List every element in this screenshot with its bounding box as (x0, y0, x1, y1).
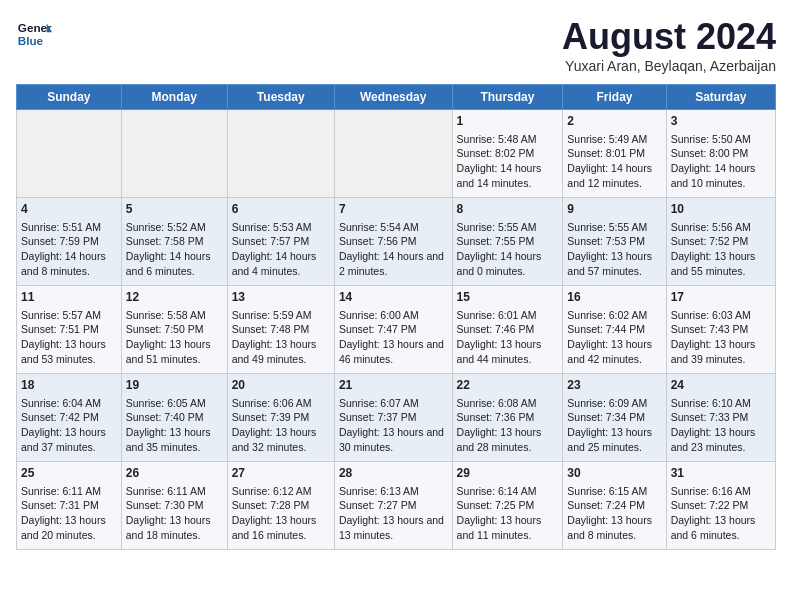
day-number: 29 (457, 465, 559, 482)
cell-info-line: Sunrise: 6:03 AM (671, 308, 771, 323)
day-number: 7 (339, 201, 448, 218)
cell-info-line: Sunset: 7:44 PM (567, 322, 661, 337)
main-title: August 2024 (562, 16, 776, 58)
cell-info-line: Sunrise: 6:11 AM (21, 484, 117, 499)
cell-info-line: Sunset: 7:50 PM (126, 322, 223, 337)
cell-info-line: Sunset: 7:43 PM (671, 322, 771, 337)
header-row: SundayMondayTuesdayWednesdayThursdayFrid… (17, 85, 776, 110)
day-number: 17 (671, 289, 771, 306)
day-number: 15 (457, 289, 559, 306)
day-number: 2 (567, 113, 661, 130)
cell-info-line: Sunrise: 5:57 AM (21, 308, 117, 323)
day-number: 20 (232, 377, 330, 394)
cell-w5-d4: 29Sunrise: 6:14 AMSunset: 7:25 PMDayligh… (452, 462, 563, 550)
col-header-friday: Friday (563, 85, 666, 110)
cell-w4-d6: 24Sunrise: 6:10 AMSunset: 7:33 PMDayligh… (666, 374, 775, 462)
cell-w1-d5: 2Sunrise: 5:49 AMSunset: 8:01 PMDaylight… (563, 110, 666, 198)
cell-info-line: Daylight: 13 hours and 44 minutes. (457, 337, 559, 366)
col-header-tuesday: Tuesday (227, 85, 334, 110)
logo: General Blue (16, 16, 56, 52)
cell-info-line: Sunrise: 6:12 AM (232, 484, 330, 499)
cell-w2-d5: 9Sunrise: 5:55 AMSunset: 7:53 PMDaylight… (563, 198, 666, 286)
cell-info-line: Sunrise: 5:51 AM (21, 220, 117, 235)
cell-w1-d2 (227, 110, 334, 198)
day-number: 8 (457, 201, 559, 218)
cell-info-line: Daylight: 13 hours and 28 minutes. (457, 425, 559, 454)
cell-w5-d1: 26Sunrise: 6:11 AMSunset: 7:30 PMDayligh… (121, 462, 227, 550)
cell-info-line: Sunrise: 6:14 AM (457, 484, 559, 499)
week-row-4: 18Sunrise: 6:04 AMSunset: 7:42 PMDayligh… (17, 374, 776, 462)
cell-w1-d1 (121, 110, 227, 198)
cell-info-line: Sunset: 7:56 PM (339, 234, 448, 249)
cell-info-line: Daylight: 13 hours and 18 minutes. (126, 513, 223, 542)
cell-info-line: Daylight: 13 hours and 13 minutes. (339, 513, 448, 542)
cell-info-line: Daylight: 14 hours and 8 minutes. (21, 249, 117, 278)
cell-info-line: Daylight: 13 hours and 16 minutes. (232, 513, 330, 542)
cell-info-line: Sunset: 7:55 PM (457, 234, 559, 249)
cell-w3-d1: 12Sunrise: 5:58 AMSunset: 7:50 PMDayligh… (121, 286, 227, 374)
day-number: 19 (126, 377, 223, 394)
cell-info-line: Sunset: 7:42 PM (21, 410, 117, 425)
cell-info-line: Daylight: 13 hours and 20 minutes. (21, 513, 117, 542)
cell-w4-d5: 23Sunrise: 6:09 AMSunset: 7:34 PMDayligh… (563, 374, 666, 462)
day-number: 25 (21, 465, 117, 482)
cell-info-line: Sunrise: 5:52 AM (126, 220, 223, 235)
cell-info-line: Sunrise: 6:02 AM (567, 308, 661, 323)
cell-info-line: Sunset: 8:01 PM (567, 146, 661, 161)
week-row-3: 11Sunrise: 5:57 AMSunset: 7:51 PMDayligh… (17, 286, 776, 374)
day-number: 16 (567, 289, 661, 306)
cell-info-line: Sunset: 8:02 PM (457, 146, 559, 161)
cell-w3-d2: 13Sunrise: 5:59 AMSunset: 7:48 PMDayligh… (227, 286, 334, 374)
cell-w3-d3: 14Sunrise: 6:00 AMSunset: 7:47 PMDayligh… (334, 286, 452, 374)
cell-info-line: Daylight: 13 hours and 55 minutes. (671, 249, 771, 278)
cell-info-line: Daylight: 13 hours and 49 minutes. (232, 337, 330, 366)
cell-info-line: Daylight: 13 hours and 23 minutes. (671, 425, 771, 454)
cell-info-line: Daylight: 13 hours and 39 minutes. (671, 337, 771, 366)
cell-info-line: Sunrise: 5:55 AM (457, 220, 559, 235)
cell-info-line: Sunrise: 6:06 AM (232, 396, 330, 411)
cell-info-line: Sunrise: 6:00 AM (339, 308, 448, 323)
cell-info-line: Daylight: 13 hours and 46 minutes. (339, 337, 448, 366)
cell-w1-d4: 1Sunrise: 5:48 AMSunset: 8:02 PMDaylight… (452, 110, 563, 198)
cell-info-line: Daylight: 13 hours and 51 minutes. (126, 337, 223, 366)
cell-info-line: Daylight: 13 hours and 37 minutes. (21, 425, 117, 454)
cell-info-line: Sunset: 8:00 PM (671, 146, 771, 161)
cell-w4-d2: 20Sunrise: 6:06 AMSunset: 7:39 PMDayligh… (227, 374, 334, 462)
calendar-header: SundayMondayTuesdayWednesdayThursdayFrid… (17, 85, 776, 110)
cell-w2-d6: 10Sunrise: 5:56 AMSunset: 7:52 PMDayligh… (666, 198, 775, 286)
cell-w4-d4: 22Sunrise: 6:08 AMSunset: 7:36 PMDayligh… (452, 374, 563, 462)
cell-info-line: Sunset: 7:25 PM (457, 498, 559, 513)
cell-info-line: Sunset: 7:22 PM (671, 498, 771, 513)
cell-info-line: Sunset: 7:27 PM (339, 498, 448, 513)
cell-w3-d6: 17Sunrise: 6:03 AMSunset: 7:43 PMDayligh… (666, 286, 775, 374)
cell-info-line: Sunset: 7:58 PM (126, 234, 223, 249)
cell-info-line: Daylight: 13 hours and 57 minutes. (567, 249, 661, 278)
cell-info-line: Sunset: 7:40 PM (126, 410, 223, 425)
cell-info-line: Sunset: 7:39 PM (232, 410, 330, 425)
logo-icon: General Blue (16, 16, 52, 52)
cell-info-line: Sunrise: 5:54 AM (339, 220, 448, 235)
day-number: 28 (339, 465, 448, 482)
day-number: 3 (671, 113, 771, 130)
cell-info-line: Daylight: 13 hours and 30 minutes. (339, 425, 448, 454)
cell-w5-d3: 28Sunrise: 6:13 AMSunset: 7:27 PMDayligh… (334, 462, 452, 550)
cell-info-line: Daylight: 13 hours and 53 minutes. (21, 337, 117, 366)
cell-info-line: Sunset: 7:57 PM (232, 234, 330, 249)
cell-info-line: Sunrise: 6:09 AM (567, 396, 661, 411)
day-number: 24 (671, 377, 771, 394)
cell-info-line: Sunrise: 6:13 AM (339, 484, 448, 499)
cell-info-line: Sunrise: 6:15 AM (567, 484, 661, 499)
cell-info-line: Sunset: 7:53 PM (567, 234, 661, 249)
day-number: 31 (671, 465, 771, 482)
day-number: 30 (567, 465, 661, 482)
cell-info-line: Sunrise: 5:59 AM (232, 308, 330, 323)
day-number: 23 (567, 377, 661, 394)
cell-info-line: Sunset: 7:24 PM (567, 498, 661, 513)
col-header-saturday: Saturday (666, 85, 775, 110)
cell-w1-d6: 3Sunrise: 5:50 AMSunset: 8:00 PMDaylight… (666, 110, 775, 198)
day-number: 12 (126, 289, 223, 306)
cell-info-line: Daylight: 13 hours and 8 minutes. (567, 513, 661, 542)
cell-info-line: Daylight: 13 hours and 11 minutes. (457, 513, 559, 542)
cell-info-line: Sunset: 7:31 PM (21, 498, 117, 513)
cell-info-line: Sunrise: 5:50 AM (671, 132, 771, 147)
